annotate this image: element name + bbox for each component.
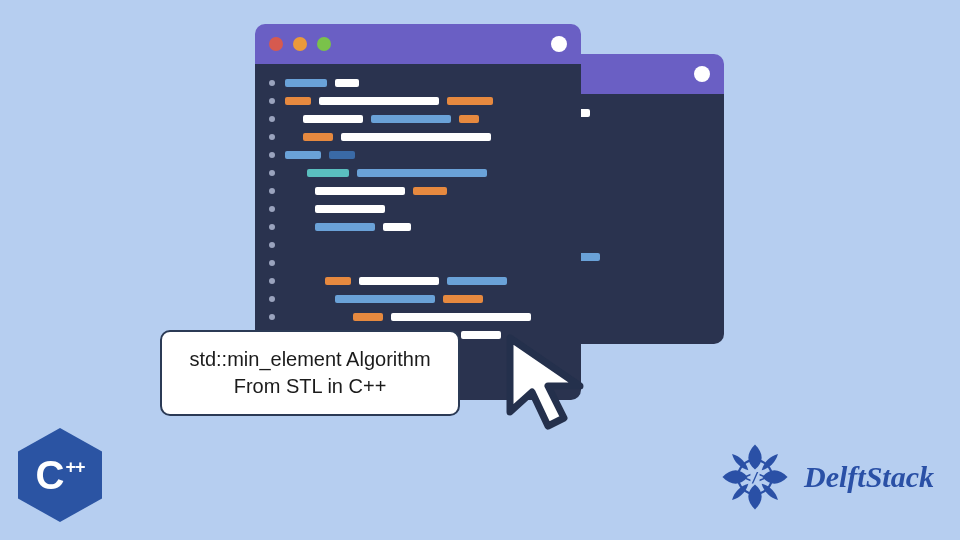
cursor-arrow-icon	[500, 330, 610, 440]
cpp-plus-plus: ++	[65, 457, 84, 478]
brand-name: DelftStack	[804, 460, 934, 494]
cpp-language-badge: C ++	[18, 428, 102, 522]
canvas: std::min_element Algorithm From STL in C…	[0, 0, 960, 540]
hexagon-icon: C ++	[18, 428, 102, 522]
brand-logo-icon: </>	[718, 440, 792, 514]
brand: </> DelftStack	[718, 440, 934, 514]
window-control-dot	[551, 36, 567, 52]
traffic-light-red-icon	[269, 37, 283, 51]
caption-line-2: From STL in C++	[178, 373, 442, 400]
traffic-light-yellow-icon	[293, 37, 307, 51]
caption-line-1: std::min_element Algorithm	[178, 346, 442, 373]
window-titlebar-front	[255, 24, 581, 64]
svg-text:</>: </>	[743, 470, 767, 485]
caption-box: std::min_element Algorithm From STL in C…	[160, 330, 460, 416]
cpp-letter: C	[36, 453, 64, 498]
window-control-dot	[694, 66, 710, 82]
traffic-light-green-icon	[317, 37, 331, 51]
